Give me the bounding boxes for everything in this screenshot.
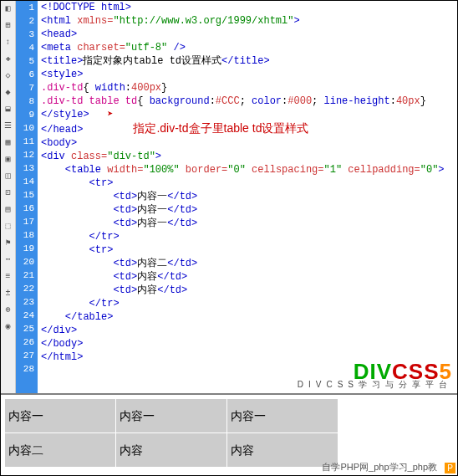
code-text: > <box>155 151 161 162</box>
code-text: > <box>293 15 299 27</box>
code-text: <style> <box>41 69 83 80</box>
line-number: 16 <box>16 202 34 215</box>
tool-icon[interactable]: ◉ <box>3 320 14 332</box>
line-number: 25 <box>16 322 34 335</box>
tool-icon[interactable]: ⊕ <box>3 304 14 315</box>
line-number: 23 <box>16 295 34 309</box>
table-cell: 内容一 <box>227 399 338 432</box>
line-number: 2 <box>16 14 34 28</box>
code-text: <table <box>65 164 101 176</box>
logo: DIVCSS5 DIVCSS学习与分享平台 <box>298 365 452 392</box>
line-number: 27 <box>16 349 34 362</box>
code-text: </table> <box>65 311 114 323</box>
tool-icon[interactable]: ◧ <box>3 3 14 14</box>
code-text: class= <box>65 151 107 162</box>
code-text: <td> <box>113 258 137 269</box>
code-text: : <box>390 95 396 107</box>
tool-icon[interactable]: ✚ <box>3 53 14 64</box>
code-text: "utf-8" <box>125 42 167 54</box>
editor-window: ◧ ⊞ ↕ ✚ ◇ ◆ ⬓ ☰ ▦ ▣ ◫ ⊡ ▤ ⬚ ⚑ ⋯ ≡ ± ⊕ ◉ … <box>0 0 458 476</box>
code-text: </tr> <box>89 298 120 310</box>
tool-icon[interactable]: ◆ <box>3 86 14 98</box>
table-cell: 内容一 <box>5 399 115 432</box>
code-text: <tr> <box>89 177 114 189</box>
code-text: 内容 <box>137 284 157 296</box>
line-number: 24 <box>16 309 34 322</box>
tool-icon[interactable]: ⚑ <box>3 237 14 248</box>
table-cell: 内容 <box>116 433 226 467</box>
code-text: <td> <box>113 284 137 296</box>
code-text: "0" <box>227 164 246 176</box>
line-number: 26 <box>16 335 34 349</box>
line-number: 6 <box>16 68 34 81</box>
code-text: #000 <box>288 95 312 107</box>
code-text: </div> <box>41 325 77 336</box>
table-cell: 内容一 <box>116 399 226 432</box>
code-text: width= <box>101 164 143 176</box>
code-text: <body> <box>41 137 77 149</box>
line-number: 9 <box>16 108 34 121</box>
code-text: 内容 <box>137 271 157 283</box>
code-text: 内容一 <box>137 218 167 229</box>
code-text: <!DOCTYPE html> <box>41 2 131 13</box>
code-text: charset= <box>71 42 125 54</box>
table-cell: 内容 <box>227 433 338 467</box>
code-text: </td> <box>157 284 187 296</box>
arrow-icon: ➤ <box>89 109 114 120</box>
tool-icon[interactable]: ≡ <box>3 270 14 282</box>
tool-icon[interactable]: ⬓ <box>3 103 14 115</box>
code-text: 400px <box>131 82 161 94</box>
code-text: <td> <box>113 218 137 229</box>
code-text: line-height <box>324 95 390 107</box>
code-text: </style> <box>41 109 89 120</box>
tool-icon[interactable]: ◫ <box>3 170 14 182</box>
tool-icon[interactable]: ◇ <box>3 69 14 81</box>
line-number: 14 <box>16 175 34 188</box>
tool-icon[interactable]: ± <box>3 287 14 299</box>
preview-table: 内容一 内容一 内容一 内容二 内容 内容 <box>4 398 338 468</box>
code-text: <td> <box>113 204 137 216</box>
code-text: <td> <box>113 191 137 202</box>
line-number: 18 <box>16 228 34 242</box>
line-gutter: 1 2 3 4 5 6 7 8 9 10 11 12 13 14 15 16 1… <box>16 1 38 393</box>
tool-icon[interactable]: ☰ <box>3 120 14 131</box>
line-number: 1 <box>16 1 34 14</box>
tool-icon[interactable]: ▤ <box>3 203 14 215</box>
tool-icon[interactable]: ⬚ <box>3 220 14 232</box>
code-text: 内容二 <box>137 258 167 269</box>
code-text: > <box>438 164 444 176</box>
tool-icon[interactable]: ⊞ <box>3 19 14 31</box>
code-text: #CCC <box>216 95 240 107</box>
code-text: </td> <box>167 204 197 216</box>
code-text: 内容一 <box>137 204 167 216</box>
code-text: } <box>420 95 426 107</box>
footer-text: 自学PHP网_php学习_php教 <box>322 461 437 473</box>
tool-icon[interactable]: ⊡ <box>3 187 14 198</box>
table-cell: 内容二 <box>5 433 115 467</box>
line-number: 21 <box>16 269 34 282</box>
code-text: background <box>150 95 210 107</box>
tool-icon[interactable]: ▦ <box>3 136 14 148</box>
code-text: <td> <box>113 271 137 283</box>
code-text: <div <box>41 151 65 162</box>
tool-icon[interactable]: ↕ <box>3 36 14 48</box>
line-number: 11 <box>16 135 34 148</box>
code-text: </body> <box>41 338 83 350</box>
footer-badge: P <box>445 463 455 473</box>
tool-icon[interactable]: ⋯ <box>3 253 14 265</box>
code-text: { <box>83 82 94 94</box>
line-number: 4 <box>16 41 34 54</box>
line-number: 13 <box>16 161 34 175</box>
code-text: "100%" <box>143 164 179 176</box>
code-text: </title> <box>221 55 270 67</box>
code-text: <title> <box>41 55 83 67</box>
line-number: 7 <box>16 81 34 95</box>
line-number: 10 <box>16 121 34 135</box>
code-area[interactable]: <!DOCTYPE html> <html xmlns="http://www.… <box>38 1 457 393</box>
code-text: "1" <box>324 164 343 176</box>
line-number: 3 <box>16 28 34 41</box>
table-row: 内容一 内容一 内容一 <box>5 399 338 432</box>
code-text: </td> <box>167 218 197 229</box>
tool-icon[interactable]: ▣ <box>3 153 14 165</box>
logo-subtitle: DIVCSS学习与分享平台 <box>298 378 452 392</box>
